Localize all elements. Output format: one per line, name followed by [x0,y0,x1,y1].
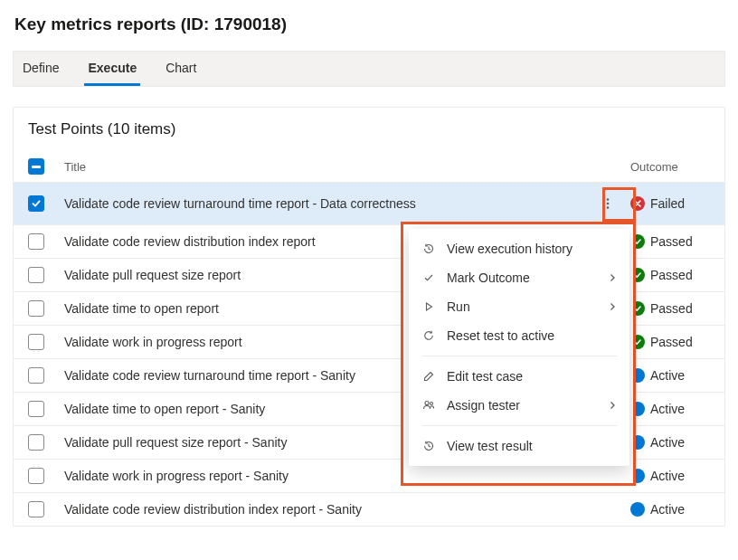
svg-point-1 [607,203,610,205]
table-row[interactable]: Validate code review distribution index … [14,492,724,526]
row-outcome-label: Active [650,469,685,483]
passed-icon [630,335,645,349]
context-menu: View execution historyMark OutcomeRunRes… [409,229,629,466]
context-menu-label: Assign tester [447,398,597,413]
svg-point-4 [430,403,433,405]
tabbar: DefineExecuteChart [13,51,725,87]
failed-icon [630,196,645,211]
active-icon [630,368,645,383]
context-menu-item[interactable]: View execution history [409,234,629,263]
context-menu-item[interactable]: Mark Outcome [409,263,629,292]
active-icon [630,435,645,450]
row-outcome-label: Passed [650,268,693,282]
assign-icon [421,398,436,413]
row-checkbox[interactable] [28,501,44,517]
active-icon [630,402,645,416]
row-outcome-label: Active [650,402,685,416]
context-menu-item[interactable]: View test result [409,432,629,460]
row-checkbox[interactable] [28,300,44,317]
edit-icon [421,369,436,384]
context-menu-label: View execution history [447,242,617,256]
row-title: Validate code review distribution index … [59,502,592,517]
row-checkbox[interactable] [28,434,44,451]
svg-point-0 [607,198,610,201]
check-icon [421,271,436,285]
context-menu-item[interactable]: Assign tester [409,391,629,420]
history-icon [421,439,436,453]
svg-point-3 [425,402,429,405]
row-outcome-label: Passed [650,335,693,349]
row-outcome-label: Active [650,435,685,450]
row-checkbox[interactable] [28,195,44,212]
table-row[interactable]: Validate code review turnaround time rep… [14,182,724,224]
row-checkbox[interactable] [28,267,44,283]
test-points-panel: Test Points (10 items) Title Outcome Val… [13,107,725,527]
row-title: Validate code review turnaround time rep… [59,196,592,211]
svg-point-2 [607,206,610,209]
passed-icon [630,301,645,316]
row-outcome-label: Passed [650,301,693,316]
chevron-right-icon [608,299,617,314]
active-icon [630,502,645,517]
context-menu-item[interactable]: Edit test case [409,362,629,391]
tab-chart[interactable]: Chart [162,52,200,86]
row-outcome-label: Passed [650,234,693,249]
context-menu-divider [421,356,617,356]
row-checkbox[interactable] [28,367,44,384]
chevron-right-icon [608,271,617,285]
row-outcome-label: Active [650,502,685,517]
row-outcome-label: Active [650,368,685,383]
more-actions-button[interactable] [597,191,619,216]
column-header-outcome[interactable]: Outcome [623,160,710,174]
row-checkbox[interactable] [28,401,44,417]
context-menu-label: View test result [447,439,617,453]
context-menu-label: Reset test to active [447,328,617,343]
row-checkbox[interactable] [28,468,44,484]
passed-icon [630,268,645,282]
passed-icon [630,234,645,249]
context-menu-label: Edit test case [447,369,617,384]
panel-title: Test Points (10 items) [14,120,724,151]
row-outcome-label: Failed [650,196,685,211]
context-menu-label: Mark Outcome [447,271,597,285]
context-menu-divider [421,425,617,426]
table-header: Title Outcome [14,151,724,182]
reset-icon [421,328,436,343]
chevron-right-icon [608,398,617,413]
column-header-title[interactable]: Title [59,160,592,174]
row-title: Validate work in progress report - Sanit… [59,469,592,483]
tab-execute[interactable]: Execute [84,52,140,86]
active-icon [630,469,645,483]
row-checkbox[interactable] [28,334,44,350]
row-checkbox[interactable] [28,233,44,250]
page-title: Key metrics reports (ID: 1790018) [13,14,725,34]
kebab-icon [601,197,614,210]
select-all-checkbox[interactable] [28,158,44,175]
history-icon [421,242,436,256]
context-menu-item[interactable]: Reset test to active [409,321,629,350]
context-menu-item[interactable]: Run [409,292,629,321]
context-menu-label: Run [447,299,597,314]
play-icon [421,299,436,314]
tab-define[interactable]: Define [19,52,62,86]
